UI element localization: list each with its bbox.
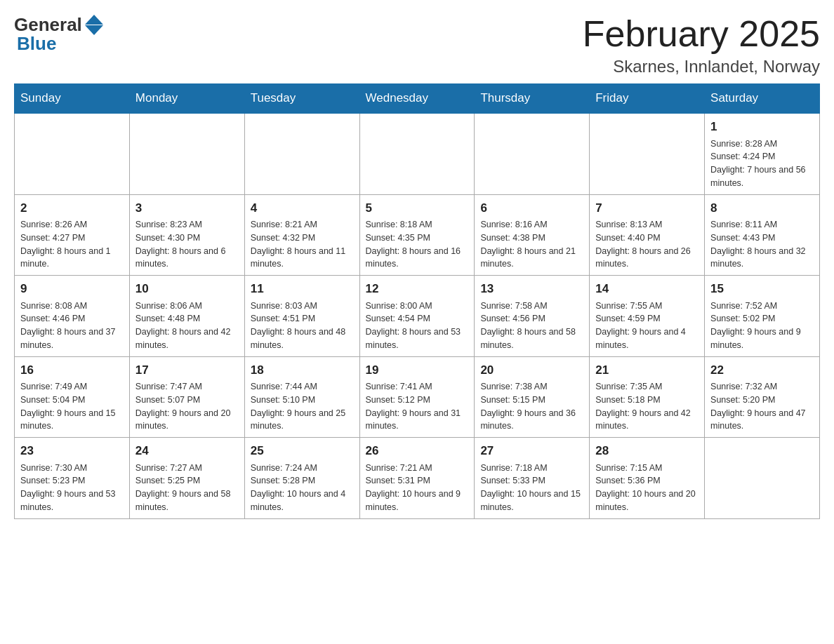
calendar-cell: 21Sunrise: 7:35 AMSunset: 5:18 PMDayligh… [590,356,705,438]
calendar-cell: 2Sunrise: 8:26 AMSunset: 4:27 PMDaylight… [15,194,130,276]
day-number: 8 [710,199,814,217]
calendar-cell: 14Sunrise: 7:55 AMSunset: 4:59 PMDayligh… [590,276,705,357]
day-info: Sunrise: 7:52 AMSunset: 5:02 PMDaylight:… [710,300,814,352]
day-number: 25 [251,442,354,460]
day-info: Sunrise: 8:26 AMSunset: 4:27 PMDaylight:… [20,218,124,271]
day-info: Sunrise: 8:03 AMSunset: 4:51 PMDaylight:… [251,300,354,352]
weekday-header-thursday: Thursday [475,84,590,114]
calendar-cell: 11Sunrise: 8:03 AMSunset: 4:51 PMDayligh… [244,276,359,357]
calendar-table: SundayMondayTuesdayWednesdayThursdayFrid… [14,83,820,519]
calendar-cell: 3Sunrise: 8:23 AMSunset: 4:30 PMDaylight… [129,194,244,276]
day-number: 1 [710,118,814,136]
calendar-cell: 28Sunrise: 7:15 AMSunset: 5:36 PMDayligh… [590,438,705,519]
calendar-week-row: 1Sunrise: 8:28 AMSunset: 4:24 PMDaylight… [15,113,820,194]
calendar-cell: 1Sunrise: 8:28 AMSunset: 4:24 PMDaylight… [705,113,820,194]
day-info: Sunrise: 7:24 AMSunset: 5:28 PMDaylight:… [251,462,354,514]
day-number: 11 [251,280,354,298]
day-info: Sunrise: 7:41 AMSunset: 5:12 PMDaylight:… [366,380,469,433]
day-number: 10 [135,280,239,298]
day-info: Sunrise: 8:21 AMSunset: 4:32 PMDaylight:… [251,218,354,271]
day-info: Sunrise: 8:28 AMSunset: 4:24 PMDaylight:… [710,137,814,190]
day-number: 13 [480,280,583,298]
weekday-header-sunday: Sunday [15,84,130,114]
day-info: Sunrise: 8:13 AMSunset: 4:40 PMDaylight:… [595,218,699,271]
weekday-header-row: SundayMondayTuesdayWednesdayThursdayFrid… [15,84,820,114]
calendar-week-row: 2Sunrise: 8:26 AMSunset: 4:27 PMDaylight… [15,194,820,276]
day-number: 2 [20,199,124,217]
calendar-cell: 24Sunrise: 7:27 AMSunset: 5:25 PMDayligh… [129,438,244,519]
day-number: 24 [135,442,239,460]
day-info: Sunrise: 8:16 AMSunset: 4:38 PMDaylight:… [480,218,583,271]
calendar-cell [590,113,705,194]
weekday-header-wednesday: Wednesday [359,84,475,114]
day-info: Sunrise: 7:27 AMSunset: 5:25 PMDaylight:… [135,462,239,514]
calendar-cell: 8Sunrise: 8:11 AMSunset: 4:43 PMDaylight… [705,194,820,276]
day-number: 3 [135,199,239,217]
day-info: Sunrise: 7:58 AMSunset: 4:56 PMDaylight:… [480,300,583,352]
calendar-cell: 10Sunrise: 8:06 AMSunset: 4:48 PMDayligh… [129,276,244,357]
logo: General Blue [14,14,103,55]
calendar-cell: 27Sunrise: 7:18 AMSunset: 5:33 PMDayligh… [475,438,590,519]
calendar-cell: 13Sunrise: 7:58 AMSunset: 4:56 PMDayligh… [475,276,590,357]
day-number: 18 [251,361,354,380]
day-info: Sunrise: 7:35 AMSunset: 5:18 PMDaylight:… [595,380,699,433]
weekday-header-friday: Friday [590,84,705,114]
calendar-cell: 17Sunrise: 7:47 AMSunset: 5:07 PMDayligh… [129,356,244,438]
day-info: Sunrise: 7:32 AMSunset: 5:20 PMDaylight:… [710,380,814,433]
day-number: 12 [366,280,469,298]
day-info: Sunrise: 7:38 AMSunset: 5:15 PMDaylight:… [480,380,583,433]
page-subtitle: Skarnes, Innlandet, Norway [583,57,820,76]
day-info: Sunrise: 8:23 AMSunset: 4:30 PMDaylight:… [135,218,239,271]
day-number: 6 [480,199,583,217]
calendar-week-row: 23Sunrise: 7:30 AMSunset: 5:23 PMDayligh… [15,438,820,519]
day-number: 4 [251,199,354,217]
calendar-cell: 6Sunrise: 8:16 AMSunset: 4:38 PMDaylight… [475,194,590,276]
day-info: Sunrise: 7:21 AMSunset: 5:31 PMDaylight:… [366,462,469,514]
day-info: Sunrise: 7:55 AMSunset: 4:59 PMDaylight:… [595,300,699,352]
calendar-cell: 5Sunrise: 8:18 AMSunset: 4:35 PMDaylight… [359,194,475,276]
weekday-header-tuesday: Tuesday [244,84,359,114]
calendar-cell [129,113,244,194]
day-number: 15 [710,280,814,298]
calendar-week-row: 16Sunrise: 7:49 AMSunset: 5:04 PMDayligh… [15,356,820,438]
day-number: 21 [595,361,699,380]
day-number: 22 [710,361,814,380]
calendar-cell [705,438,820,519]
day-number: 27 [480,442,583,460]
day-number: 28 [595,442,699,460]
day-number: 20 [480,361,583,380]
calendar-cell: 18Sunrise: 7:44 AMSunset: 5:10 PMDayligh… [244,356,359,438]
day-info: Sunrise: 7:49 AMSunset: 5:04 PMDaylight:… [20,380,124,433]
day-info: Sunrise: 7:30 AMSunset: 5:23 PMDaylight:… [20,462,124,514]
calendar-cell: 19Sunrise: 7:41 AMSunset: 5:12 PMDayligh… [359,356,475,438]
day-number: 16 [20,361,124,380]
calendar-cell: 25Sunrise: 7:24 AMSunset: 5:28 PMDayligh… [244,438,359,519]
day-number: 17 [135,361,239,380]
day-info: Sunrise: 7:18 AMSunset: 5:33 PMDaylight:… [480,462,583,514]
calendar-cell [359,113,475,194]
calendar-cell: 9Sunrise: 8:08 AMSunset: 4:46 PMDaylight… [15,276,130,357]
calendar-cell: 23Sunrise: 7:30 AMSunset: 5:23 PMDayligh… [15,438,130,519]
title-block: February 2025 Skarnes, Innlandet, Norway [583,14,820,76]
logo-blue-text: Blue [17,33,56,55]
calendar-cell: 26Sunrise: 7:21 AMSunset: 5:31 PMDayligh… [359,438,475,519]
day-number: 14 [595,280,699,298]
calendar-cell: 15Sunrise: 7:52 AMSunset: 5:02 PMDayligh… [705,276,820,357]
day-info: Sunrise: 8:08 AMSunset: 4:46 PMDaylight:… [20,300,124,352]
calendar-cell: 12Sunrise: 8:00 AMSunset: 4:54 PMDayligh… [359,276,475,357]
day-info: Sunrise: 8:00 AMSunset: 4:54 PMDaylight:… [366,300,469,352]
day-info: Sunrise: 7:47 AMSunset: 5:07 PMDaylight:… [135,380,239,433]
calendar-cell [15,113,130,194]
day-number: 23 [20,442,124,460]
page-header: General Blue February 2025 Skarnes, Innl… [14,14,820,76]
day-info: Sunrise: 8:11 AMSunset: 4:43 PMDaylight:… [710,218,814,271]
day-info: Sunrise: 8:18 AMSunset: 4:35 PMDaylight:… [366,218,469,271]
day-info: Sunrise: 8:06 AMSunset: 4:48 PMDaylight:… [135,300,239,352]
day-info: Sunrise: 7:15 AMSunset: 5:36 PMDaylight:… [595,462,699,514]
calendar-cell [244,113,359,194]
calendar-cell: 7Sunrise: 8:13 AMSunset: 4:40 PMDaylight… [590,194,705,276]
day-number: 26 [366,442,469,460]
calendar-cell: 16Sunrise: 7:49 AMSunset: 5:04 PMDayligh… [15,356,130,438]
day-number: 5 [366,199,469,217]
day-number: 9 [20,280,124,298]
